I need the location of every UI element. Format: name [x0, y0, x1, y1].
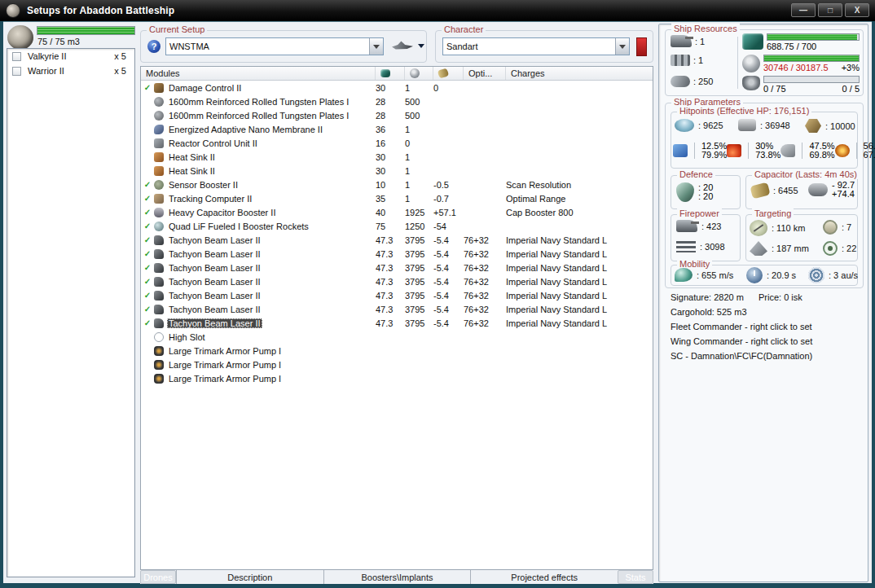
- laser-turret-icon: [154, 305, 164, 314]
- fitted-check-icon: ✓: [141, 318, 154, 327]
- wing-commander-setting[interactable]: Wing Commander - right click to set: [671, 334, 812, 349]
- module-row[interactable]: Heat Sink II301: [141, 150, 653, 164]
- character-combobox-dropdown-button[interactable]: [615, 38, 629, 55]
- firepower-volley-value: : 3098: [700, 242, 725, 252]
- module-charge: Scan Resolution: [506, 180, 653, 190]
- thermal-resist: 30%73.8%: [727, 142, 780, 160]
- help-icon[interactable]: ?: [147, 40, 160, 53]
- volley-icon: [676, 241, 696, 252]
- close-button[interactable]: X: [845, 3, 869, 17]
- ship-resources-groupbox: Ship Resources : 1 : 1 : 250: [665, 29, 864, 96]
- character-label: Character: [442, 24, 486, 34]
- drone-checkbox[interactable]: [12, 67, 21, 76]
- module-optimal: 76+32: [464, 263, 506, 273]
- description-tab[interactable]: Description: [176, 570, 323, 584]
- module-powergrid: 0: [405, 138, 433, 148]
- fitted-check-icon: ✓: [141, 83, 154, 92]
- module-row[interactable]: Large Trimark Armor Pump I: [141, 344, 653, 358]
- fleet-commander-setting[interactable]: Fleet Commander - right click to set: [671, 319, 812, 334]
- module-row[interactable]: ✓Tachyon Beam Laser II47.33795-5.476+32I…: [141, 261, 653, 274]
- squad-commander-setting[interactable]: SC - Damnation\FC\FC(Damnation): [671, 349, 812, 363]
- module-row[interactable]: 1600mm Reinforced Rolled Tungsten Plates…: [141, 94, 653, 108]
- column-charges[interactable]: Charges: [506, 67, 653, 80]
- drone-list[interactable]: Valkyrie IIx 5Warrior IIx 5: [7, 48, 135, 577]
- module-row[interactable]: High Slot: [141, 330, 653, 344]
- setup-combobox[interactable]: WNSTMA: [165, 37, 384, 55]
- module-row[interactable]: ✓Tachyon Beam Laser II47.33795-5.476+32I…: [141, 316, 653, 330]
- maximize-button[interactable]: □: [818, 3, 842, 17]
- ship-menu-button[interactable]: [392, 40, 424, 51]
- module-cap: -5.4: [433, 318, 464, 328]
- kinetic-resist-bottom: 69.8%: [809, 151, 834, 160]
- module-name: 1600mm Reinforced Rolled Tungsten Plates…: [167, 97, 350, 107]
- module-name: Tachyon Beam Laser II: [167, 318, 262, 328]
- boosters-implants-tab[interactable]: Boosters\Implants: [323, 570, 471, 584]
- drones-tab[interactable]: Drones: [140, 570, 176, 584]
- divider: [737, 37, 738, 89]
- module-row[interactable]: ✓Tachyon Beam Laser II47.33795-5.476+32I…: [141, 274, 653, 288]
- nano-membrane-icon: [154, 125, 164, 134]
- drone-bay-icon: [7, 25, 33, 50]
- mobility-groupbox: Mobility : 655 m/s : 20.9 s : 3 au/s: [671, 265, 858, 286]
- module-row[interactable]: ✓Tachyon Beam Laser II47.33795-5.476+32I…: [141, 302, 653, 316]
- module-row[interactable]: ✓Tachyon Beam Laser II47.33795-5.476+32I…: [141, 288, 653, 302]
- setup-combobox-value: WNSTMA: [166, 42, 369, 51]
- column-cpu[interactable]: [376, 67, 405, 80]
- module-row[interactable]: Heat Sink II301: [141, 164, 653, 178]
- setup-combobox-dropdown-button[interactable]: [369, 38, 383, 55]
- laser-turret-icon: [154, 277, 164, 287]
- module-name: Heat Sink II: [167, 166, 217, 176]
- current-setup-groupbox: Current Setup ? WNSTMA: [140, 30, 427, 63]
- drone-checkbox[interactable]: [12, 52, 21, 61]
- module-cap: -5.4: [433, 235, 464, 245]
- module-row[interactable]: Energized Adaptive Nano Membrane II361: [141, 122, 653, 136]
- calibration-value: : 250: [693, 77, 713, 86]
- column-capacitor[interactable]: [433, 67, 464, 80]
- module-powergrid: 1: [405, 194, 433, 204]
- damage-control-icon: [154, 83, 164, 93]
- module-name: Large Trimark Armor Pump I: [167, 346, 283, 356]
- module-name: Damage Control II: [167, 83, 243, 93]
- turret-dps-icon: [676, 220, 697, 232]
- module-name: Reactor Control Unit II: [167, 138, 259, 148]
- column-modules[interactable]: Modules: [141, 67, 376, 80]
- drone-list-item[interactable]: Warrior IIx 5: [7, 64, 134, 78]
- module-row[interactable]: ✓Heavy Capacitor Booster II401925+57.1Ca…: [141, 205, 653, 219]
- shield-hp-icon: [675, 119, 694, 132]
- module-cap: -5.4: [433, 291, 464, 301]
- module-powergrid: 1: [405, 166, 433, 176]
- module-row[interactable]: 1600mm Reinforced Rolled Tungsten Plates…: [141, 108, 653, 122]
- module-cpu: 30: [376, 152, 405, 162]
- kinetic-resist-icon: [780, 144, 795, 157]
- drone-list-item[interactable]: Valkyrie IIx 5: [7, 49, 134, 64]
- column-optimal[interactable]: Opti...: [464, 67, 506, 80]
- module-powergrid: 1925: [405, 208, 433, 217]
- module-row[interactable]: ✓Quad LiF Fueled I Booster Rockets751250…: [141, 219, 653, 233]
- column-powergrid[interactable]: [405, 67, 433, 80]
- module-row[interactable]: ✓Damage Control II3010: [141, 81, 653, 94]
- module-row[interactable]: ✓Sensor Booster II101-0.5Scan Resolution: [141, 178, 653, 191]
- stats-tab[interactable]: Stats: [618, 570, 653, 584]
- modules-table-header[interactable]: Modules Opti... Charges: [141, 67, 653, 81]
- module-row[interactable]: Large Trimark Armor Pump I: [141, 371, 653, 385]
- module-row[interactable]: ✓Tachyon Beam Laser II47.33795-5.476+32I…: [141, 233, 653, 247]
- em-resist-icon: [673, 144, 688, 157]
- character-combobox[interactable]: Sandart: [442, 37, 630, 55]
- module-charge: Imperial Navy Standard L: [506, 277, 653, 287]
- current-setup-label: Current Setup: [147, 24, 207, 34]
- module-row[interactable]: Reactor Control Unit II160: [141, 136, 653, 150]
- armor-hp-value: : 36948: [760, 121, 790, 130]
- title-bar[interactable]: Setups for Abaddon Battleship — □ X: [0, 0, 875, 21]
- warp-speed-value: : 3 au/s: [829, 270, 858, 280]
- module-row[interactable]: ✓Tachyon Beam Laser II47.33795-5.476+32I…: [141, 247, 653, 261]
- fitted-check-icon: ✓: [141, 249, 154, 258]
- minimize-button[interactable]: —: [791, 3, 816, 17]
- module-row[interactable]: ✓Tracking Computer II351-0.7Optimal Rang…: [141, 191, 653, 205]
- projected-effects-tab[interactable]: Projected effects: [470, 570, 618, 584]
- align-time-icon: [746, 267, 763, 283]
- cargohold-value: Cargohold: 525 m3: [671, 305, 812, 319]
- module-powergrid: 1: [405, 125, 433, 134]
- firepower-label: Firepower: [677, 208, 722, 218]
- capacitor-icon: [437, 68, 450, 78]
- module-row[interactable]: Large Trimark Armor Pump I: [141, 358, 653, 371]
